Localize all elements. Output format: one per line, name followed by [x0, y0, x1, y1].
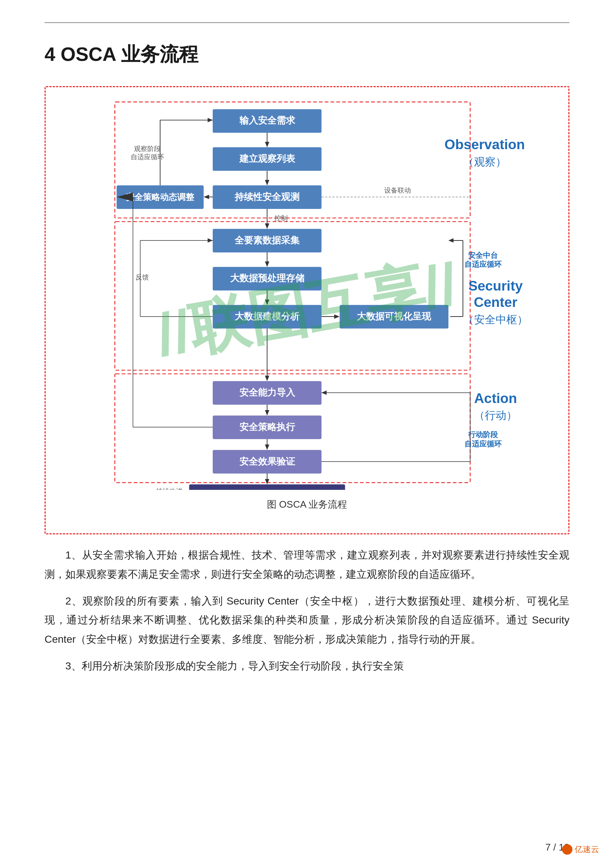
- svg-text:安全策略执行: 安全策略执行: [239, 422, 296, 432]
- svg-text:（安全中枢）: （安全中枢）: [463, 313, 528, 326]
- svg-marker-72: [265, 479, 270, 485]
- svg-text:安全效果验证: 安全效果验证: [239, 456, 296, 467]
- svg-text:（观察）: （观察）: [463, 155, 506, 168]
- body-paragraph-2: 2、观察阶段的所有要素，输入到 Security Center（安全中枢），进行…: [45, 592, 569, 649]
- svg-marker-82: [321, 391, 327, 395]
- svg-marker-40: [265, 299, 270, 305]
- svg-text:建立观察列表: 建立观察列表: [239, 153, 296, 164]
- svg-marker-58: [265, 375, 270, 381]
- svg-text:Action: Action: [474, 391, 517, 406]
- svg-marker-35: [265, 223, 270, 229]
- diagram-container: //联图互享// 输入安全需求 建立观察列表 持续性安全观测: [45, 86, 569, 535]
- svg-text:（行动）: （行动）: [474, 409, 517, 421]
- svg-text:全要素数据采集: 全要素数据采集: [234, 235, 300, 245]
- svg-marker-16: [204, 195, 209, 199]
- svg-text:持续性安全观测: 持续性安全观测: [234, 192, 299, 202]
- logo-icon: [562, 844, 572, 855]
- svg-text:安全策略动态调整: 安全策略动态调整: [125, 192, 194, 202]
- svg-text:Center: Center: [474, 294, 518, 310]
- figure-caption: 图 OSCA 业务流程: [57, 498, 557, 511]
- page-title: 4 OSCA 业务流程: [45, 42, 569, 68]
- svg-marker-46: [448, 238, 454, 243]
- svg-text:大数据可视化呈现: 大数据可视化呈现: [357, 311, 431, 321]
- svg-text:Observation: Observation: [444, 136, 525, 152]
- logo-text: 亿速云: [575, 844, 599, 855]
- svg-text:自适应循环: 自适应循环: [131, 153, 164, 161]
- svg-marker-68: [265, 410, 270, 415]
- svg-text:行动阶段: 行动阶段: [468, 431, 498, 439]
- svg-text:安全中台: 安全中台: [468, 251, 498, 259]
- svg-marker-42: [334, 314, 340, 319]
- svg-text:输入安全需求: 输入安全需求: [239, 115, 296, 126]
- svg-text:自适应循环: 自适应循环: [464, 260, 502, 268]
- svg-text:安全能力导入: 安全能力导入: [239, 387, 296, 397]
- svg-text:控制: 控制: [274, 214, 288, 222]
- svg-text:反馈: 反馈: [135, 273, 149, 281]
- svg-marker-51: [208, 238, 213, 243]
- svg-marker-38: [265, 262, 270, 267]
- svg-marker-14: [265, 180, 270, 186]
- footer-logo: 亿速云: [562, 844, 599, 855]
- svg-marker-12: [265, 142, 270, 147]
- svg-text:设备联动: 设备联动: [384, 187, 411, 194]
- top-divider: [45, 22, 569, 23]
- svg-text:观察阶段: 观察阶段: [134, 145, 161, 152]
- svg-text:Security: Security: [468, 278, 523, 293]
- body-paragraph-3: 3、利用分析决策阶段形成的安全能力，导入到安全行动阶段，执行安全策: [45, 656, 569, 676]
- svg-text:大数据建模分析: 大数据建模分析: [234, 311, 300, 321]
- body-paragraph-1: 1、从安全需求输入开始，根据合规性、技术、管理等需求，建立观察列表，并对观察要素…: [45, 546, 569, 584]
- svg-text:大数据预处理存储: 大数据预处理存储: [230, 273, 305, 283]
- svg-text:持续改进: 持续改进: [156, 488, 183, 490]
- diagram-svg-area: 输入安全需求 建立观察列表 持续性安全观测 安全策略动态调整: [57, 98, 557, 491]
- svg-marker-19: [208, 118, 213, 122]
- svg-rect-65: [189, 484, 345, 490]
- svg-marker-70: [265, 445, 270, 450]
